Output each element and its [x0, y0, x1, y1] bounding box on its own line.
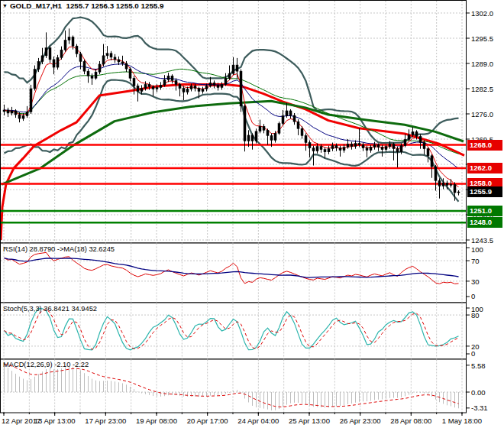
mt4-chart-window: 1302.01295.51289.01282.51276.01269.51263…: [0, 0, 504, 428]
price-axis-column[interactable]: [467, 0, 504, 428]
chart-title: ▼GOLD_M17,H1 1255.7 1256.3 1255.0 1255.9: [2, 2, 163, 10]
main-panel[interactable]: [1, 1, 467, 244]
current-ohlc: 1255.7 1256.3 1255.0 1255.9: [66, 2, 163, 10]
macd-panel-label: MACD(12,26,9) -2.10 -2.22: [3, 361, 89, 368]
stoch-panel-label: Stoch(5,3,3) 36.8421 34.9452: [3, 305, 97, 313]
symbol-dropdown-icon[interactable]: ▼: [2, 3, 8, 8]
symbol-timeframe: GOLD_M17,H1: [10, 2, 62, 10]
rsi-panel-label: RSI(14) 28.8790 ->MA(18) 32.6245: [3, 245, 115, 253]
